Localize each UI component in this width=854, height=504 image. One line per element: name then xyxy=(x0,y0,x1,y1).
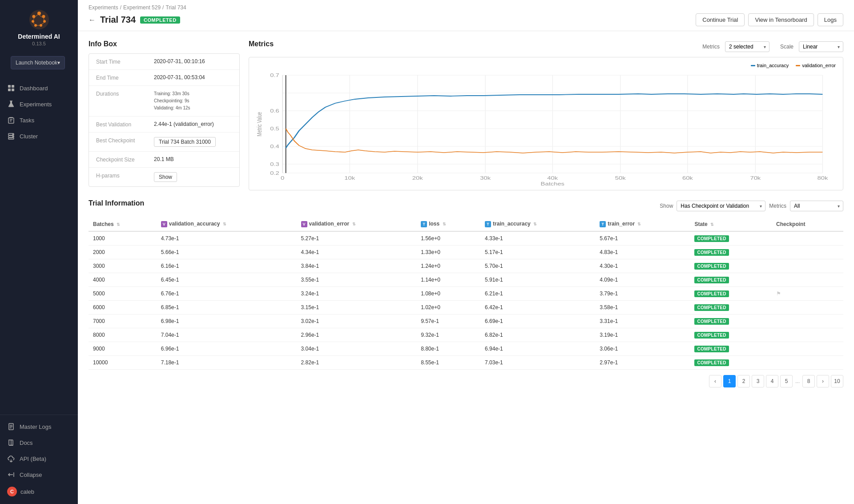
launch-notebook-button[interactable]: Launch Notebook ▾ xyxy=(11,56,65,69)
col-header-batches[interactable]: Batches ⇅ xyxy=(89,217,157,231)
cell-state: COMPLETED xyxy=(690,246,772,259)
start-time-label: Start Time xyxy=(96,58,154,65)
metrics-filter-select[interactable]: All xyxy=(790,201,843,211)
cell-validation-accuracy: 6.98e-1 xyxy=(157,314,297,328)
sidebar-item-master-logs[interactable]: Master Logs xyxy=(0,419,78,435)
col-header-train-error[interactable]: Ttrain_error ⇅ xyxy=(595,217,690,231)
pagination-dots: ... xyxy=(794,378,801,384)
sidebar-item-cluster[interactable]: Cluster xyxy=(0,128,78,144)
hparams-label: H-params xyxy=(96,172,154,182)
cell-train-accuracy: 7.03e-1 xyxy=(480,356,595,370)
col-header-train-accuracy[interactable]: Ttrain_accuracy ⇅ xyxy=(480,217,595,231)
breadcrumb-experiment[interactable]: Experiment 529 xyxy=(123,4,161,11)
svg-rect-18 xyxy=(12,89,14,91)
pagination-page-3[interactable]: 3 xyxy=(752,375,764,387)
continue-trial-button[interactable]: Continue Trial xyxy=(696,13,745,26)
cell-batches: 10000 xyxy=(89,356,157,370)
cell-checkpoint xyxy=(772,328,843,342)
checkpoint-filter-select[interactable]: Has Checkpoint or Validation xyxy=(677,201,765,211)
back-button[interactable]: ← xyxy=(89,16,96,24)
checkpoint-size-label: Checkpoint Size xyxy=(96,156,154,163)
table-body: 1000 4.73e-1 5.27e-1 1.56e+0 4.33e-1 5.6… xyxy=(89,231,843,370)
chart-legend: train_accuracy validation_error xyxy=(256,63,836,68)
pagination-page-5[interactable]: 5 xyxy=(780,375,793,387)
cell-train-accuracy: 6.82e-1 xyxy=(480,328,595,342)
view-tensorboard-button[interactable]: View in Tensorboard xyxy=(748,13,814,26)
pagination-page-2[interactable]: 2 xyxy=(737,375,750,387)
cell-loss: 1.08e+0 xyxy=(416,287,480,301)
logs-button[interactable]: Logs xyxy=(818,13,843,26)
sidebar-item-master-logs-label: Master Logs xyxy=(20,423,52,430)
state-badge: COMPLETED xyxy=(694,332,729,339)
sidebar-item-docs[interactable]: Docs xyxy=(0,435,78,451)
metrics-select[interactable]: 2 selected xyxy=(725,41,769,52)
metrics-filter-wrapper: All xyxy=(790,201,843,211)
user-name: caleb xyxy=(20,488,34,495)
cell-state: COMPLETED xyxy=(690,314,772,328)
svg-text:0.7: 0.7 xyxy=(270,73,279,78)
status-badge: COMPLETED xyxy=(140,16,180,24)
svg-point-3 xyxy=(43,20,46,23)
svg-point-1 xyxy=(37,12,41,15)
pagination-page-8[interactable]: 8 xyxy=(802,375,815,387)
start-time-value: 2020-07-31, 00:10:16 xyxy=(154,58,205,65)
cell-checkpoint xyxy=(772,231,843,246)
metrics-select-label: Metrics xyxy=(702,44,720,50)
pagination-next[interactable]: › xyxy=(817,375,829,387)
table-row: 6000 6.85e-1 3.15e-1 1.02e+0 6.42e-1 3.5… xyxy=(89,301,843,314)
state-badge: COMPLETED xyxy=(694,304,729,311)
sidebar-item-tasks[interactable]: Tasks xyxy=(0,112,78,128)
state-badge: COMPLETED xyxy=(694,318,729,325)
scale-select[interactable]: Linear Log xyxy=(799,41,843,52)
sidebar-item-api[interactable]: API (Beta) xyxy=(0,451,78,467)
sidebar-item-collapse[interactable]: Collapse xyxy=(0,467,78,483)
svg-rect-17 xyxy=(8,89,11,91)
file-text-icon xyxy=(7,423,15,431)
best-checkpoint-button[interactable]: Trial 734 Batch 31000 xyxy=(154,137,216,147)
cell-state: COMPLETED xyxy=(690,273,772,287)
content-area: Info Box Start Time 2020-07-31, 00:10:16… xyxy=(78,31,854,504)
pagination-page-1[interactable]: 1 xyxy=(723,375,736,387)
launch-notebook-dropdown-icon[interactable]: ▾ xyxy=(57,60,60,66)
col-header-loss[interactable]: Tloss ⇅ xyxy=(416,217,480,231)
svg-point-26 xyxy=(12,134,13,135)
end-time-label: End Time xyxy=(96,74,154,81)
cell-loss: 1.24e+0 xyxy=(416,259,480,273)
col-header-state[interactable]: State ⇅ xyxy=(690,217,772,231)
chart-area: .grid-line{stroke:#f0f0f0;stroke-width:1… xyxy=(256,71,836,186)
checkpoint-flag-icon[interactable]: ⚑ xyxy=(776,290,781,297)
col-header-validation-accuracy[interactable]: Vvalidation_accuracy ⇅ xyxy=(157,217,297,231)
cell-validation-accuracy: 5.66e-1 xyxy=(157,246,297,259)
hparams-show-button[interactable]: Show xyxy=(154,172,177,182)
table-header: Batches ⇅ Vvalidation_accuracy ⇅ Vvalida… xyxy=(89,217,843,231)
cloud-icon xyxy=(7,455,15,463)
cell-train-accuracy: 6.94e-1 xyxy=(480,342,595,356)
cell-state: COMPLETED xyxy=(690,287,772,301)
info-row-durations: Durations Training: 33m 30s Checkpointin… xyxy=(89,86,239,117)
cell-checkpoint xyxy=(772,342,843,356)
pagination-prev[interactable]: ‹ xyxy=(709,375,721,387)
cell-train-error: 4.09e-1 xyxy=(595,273,690,287)
cell-state: COMPLETED xyxy=(690,301,772,314)
sidebar-item-experiments-label: Experiments xyxy=(20,101,52,108)
book-icon xyxy=(7,439,15,447)
col-header-validation-error[interactable]: Vvalidation_error ⇅ xyxy=(297,217,417,231)
svg-text:0.3: 0.3 xyxy=(270,162,279,167)
sidebar: Determined AI 0.13.5 Launch Notebook ▾ D… xyxy=(0,0,78,504)
pagination-page-10[interactable]: 10 xyxy=(831,375,843,387)
svg-text:70k: 70k xyxy=(750,176,761,181)
info-box-title: Info Box xyxy=(89,40,240,48)
sidebar-item-tasks-label: Tasks xyxy=(20,117,34,124)
grid-icon xyxy=(7,84,15,92)
cell-state: COMPLETED xyxy=(690,356,772,370)
legend-train-accuracy: train_accuracy xyxy=(751,63,789,68)
svg-text:0.5: 0.5 xyxy=(270,126,279,131)
sidebar-item-dashboard[interactable]: Dashboard xyxy=(0,80,78,96)
pagination-page-4[interactable]: 4 xyxy=(766,375,778,387)
cell-train-error: 3.06e-1 xyxy=(595,342,690,356)
sidebar-item-dashboard-label: Dashboard xyxy=(20,85,48,92)
breadcrumb-experiments[interactable]: Experiments xyxy=(89,4,118,11)
trial-data-table: Batches ⇅ Vvalidation_accuracy ⇅ Vvalida… xyxy=(89,217,843,370)
scale-label: Scale xyxy=(780,44,794,50)
sidebar-item-experiments[interactable]: Experiments xyxy=(0,96,78,112)
